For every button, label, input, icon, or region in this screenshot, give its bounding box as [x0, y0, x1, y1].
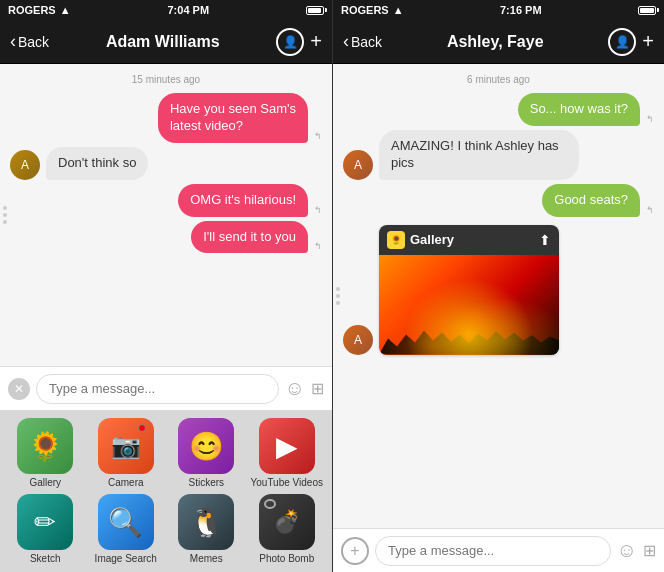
left-nav-actions: 👤 + [276, 28, 322, 56]
camera-app-label: Camera [108, 477, 144, 488]
left-back-chevron-icon: ‹ [10, 31, 16, 52]
apps-grid: 🌻 Gallery 📷 Camera 😊 Stickers ▶ [8, 418, 324, 564]
right-status-right [638, 6, 656, 15]
table-row: ↰ So... how was it? [343, 93, 654, 126]
photo-bomb-app-icon: 💣 [259, 494, 315, 550]
table-row: A AMAZING! I think Ashley has pics [343, 130, 654, 180]
left-back-label: Back [18, 34, 49, 50]
youtube-app-icon: ▶ [259, 418, 315, 474]
delivered-icon: ↰ [646, 114, 654, 124]
list-item[interactable]: 😊 Stickers [169, 418, 244, 488]
message-bubble: I'll send it to you [191, 221, 308, 254]
sketch-app-icon: ✏ [17, 494, 73, 550]
list-item[interactable]: ✏ Sketch [8, 494, 83, 564]
left-back-button[interactable]: ‹ Back [10, 32, 49, 52]
delivered-icon: ↰ [314, 131, 322, 141]
right-panel: ROGERS ▲ 7:16 PM ‹ Back Ashley, Faye 👤 +… [332, 0, 664, 572]
table-row: ↰ OMG it's hilarious! [10, 184, 322, 217]
left-carrier: ROGERS [8, 4, 56, 16]
table-row: A Don't think so [10, 147, 322, 180]
message-bubble: Have you seen Sam'slatest video? [158, 93, 308, 143]
plus-button[interactable]: + [341, 537, 369, 565]
table-row: A 🌻 Gallery ⬆ [343, 221, 654, 355]
gallery-app-icon: 🌻 [17, 418, 73, 474]
right-back-chevron-icon: ‹ [343, 31, 349, 52]
right-message-input[interactable] [375, 536, 611, 566]
right-person-icon[interactable]: 👤 [608, 28, 636, 56]
left-apps-panel: 🌻 Gallery 📷 Camera 😊 Stickers ▶ [0, 410, 332, 572]
gallery-app-label: Gallery [29, 477, 61, 488]
right-more-button[interactable]: ⊞ [643, 541, 656, 560]
right-nav-bar: ‹ Back Ashley, Faye 👤 + [333, 20, 664, 64]
right-emoji-button[interactable]: ☺ [617, 539, 637, 562]
stickers-app-icon: 😊 [178, 418, 234, 474]
right-nav-actions: 👤 + [608, 28, 654, 56]
list-item[interactable]: 📷 Camera [89, 418, 164, 488]
list-item[interactable]: 🌻 Gallery [8, 418, 83, 488]
right-status-left: ROGERS ▲ [341, 4, 404, 16]
right-timestamp: 6 minutes ago [343, 74, 654, 85]
more-button[interactable]: ⊞ [311, 379, 324, 398]
right-back-label: Back [351, 34, 382, 50]
message-bubble: Don't think so [46, 147, 148, 180]
left-add-label[interactable]: + [310, 30, 322, 53]
sketch-app-label: Sketch [30, 553, 61, 564]
left-status-right [306, 6, 324, 15]
list-item[interactable]: ▶ YouTube Videos [250, 418, 325, 488]
right-status-bar: ROGERS ▲ 7:16 PM [333, 0, 664, 20]
avatar: A [343, 325, 373, 355]
gallery-header-left: 🌻 Gallery [387, 231, 454, 249]
emoji-button[interactable]: ☺ [285, 377, 305, 400]
left-vertical-dots [3, 206, 7, 224]
list-item[interactable]: 🐧 Memes [169, 494, 244, 564]
crowd-silhouette [379, 315, 559, 355]
left-chat-area: 15 minutes ago ↰ Have you seen Sam'slate… [0, 64, 332, 366]
table-row: ↰ I'll send it to you [10, 221, 322, 254]
left-panel: ROGERS ▲ 7:04 PM ‹ Back Adam Williams 👤 … [0, 0, 332, 572]
avatar: A [343, 150, 373, 180]
left-nav-title: Adam Williams [106, 33, 220, 51]
right-add-label[interactable]: + [642, 30, 654, 53]
right-vertical-dots [336, 287, 340, 305]
image-search-app-icon: 🔍 [98, 494, 154, 550]
gallery-title: Gallery [410, 232, 454, 247]
right-carrier: ROGERS [341, 4, 389, 16]
left-status-left: ROGERS ▲ [8, 4, 71, 16]
left-battery-icon [306, 6, 324, 15]
image-search-app-label: Image Search [95, 553, 157, 564]
right-input-bar: + ☺ ⊞ [333, 528, 664, 572]
avatar: A [10, 150, 40, 180]
gallery-share-icon[interactable]: ⬆ [539, 232, 551, 248]
delivered-icon: ↰ [314, 241, 322, 251]
list-item[interactable]: 🔍 Image Search [89, 494, 164, 564]
table-row: ↰ Have you seen Sam'slatest video? [10, 93, 322, 143]
left-nav-bar: ‹ Back Adam Williams 👤 + [0, 20, 332, 64]
stickers-app-label: Stickers [188, 477, 224, 488]
gallery-image [379, 255, 559, 355]
table-row: ↰ Good seats? [343, 184, 654, 217]
right-back-button[interactable]: ‹ Back [343, 32, 382, 52]
delivered-icon: ↰ [646, 205, 654, 215]
message-bubble: Good seats? [542, 184, 640, 217]
left-input-bar: ✕ ☺ ⊞ [0, 366, 332, 410]
right-chat-area: 6 minutes ago ↰ So... how was it? A AMAZ… [333, 64, 664, 528]
message-input[interactable] [36, 374, 279, 404]
right-time: 7:16 PM [500, 4, 542, 16]
list-item[interactable]: 💣 Photo Bomb [250, 494, 325, 564]
gallery-card: 🌻 Gallery ⬆ [379, 225, 559, 355]
memes-app-label: Memes [190, 553, 223, 564]
photo-bomb-app-label: Photo Bomb [259, 553, 314, 564]
left-person-icon[interactable]: 👤 [276, 28, 304, 56]
gallery-card-header: 🌻 Gallery ⬆ [379, 225, 559, 255]
camera-app-icon: 📷 [98, 418, 154, 474]
memes-app-icon: 🐧 [178, 494, 234, 550]
left-timestamp: 15 minutes ago [10, 74, 322, 85]
message-bubble: OMG it's hilarious! [178, 184, 308, 217]
right-nav-title: Ashley, Faye [447, 33, 544, 51]
left-wifi-icon: ▲ [60, 4, 71, 16]
clear-button[interactable]: ✕ [8, 378, 30, 400]
message-bubble: So... how was it? [518, 93, 640, 126]
message-bubble: AMAZING! I think Ashley has pics [379, 130, 579, 180]
gallery-icon: 🌻 [387, 231, 405, 249]
youtube-app-label: YouTube Videos [251, 477, 323, 488]
